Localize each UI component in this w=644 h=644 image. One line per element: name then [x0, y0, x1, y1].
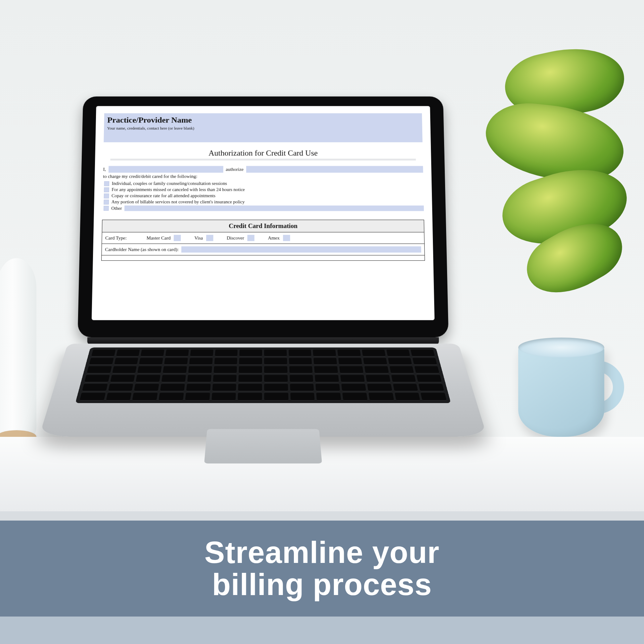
banner-divider-top	[0, 511, 644, 521]
auth-checklist: Individual, couples or family counseling…	[102, 181, 424, 211]
card-option-label: Discover	[227, 235, 244, 241]
plant-prop	[485, 50, 644, 301]
laptop: Practice/Provider Name Your name, creden…	[65, 96, 462, 473]
cardholder-input[interactable]	[181, 246, 421, 253]
auth-check-item: Copay or coinsurance rate for all attend…	[104, 193, 424, 199]
form-title: Authorization for Credit Card Use	[103, 149, 423, 158]
auth-check-item-other: Other	[104, 206, 424, 211]
card-type-row: Card Type: Master Card Visa	[105, 235, 421, 241]
leaf-icon	[482, 99, 628, 186]
authorization-form: Practice/Provider Name Your name, creden…	[92, 106, 435, 320]
checkbox[interactable]	[174, 235, 181, 241]
name-input[interactable]	[109, 166, 223, 173]
checkbox[interactable]	[104, 206, 109, 211]
provider-name-heading: Practice/Provider Name	[107, 116, 419, 125]
bottle-prop	[0, 258, 36, 443]
authorization-line: I, authorize	[103, 166, 423, 173]
banner-divider-bottom	[0, 617, 644, 644]
check-label: Individual, couples or family counseling…	[112, 181, 227, 186]
cardholder-label: Cardholder Name (as shown on card):	[105, 247, 179, 252]
auth-check-item: Individual, couples or family counseling…	[104, 181, 423, 186]
mug-prop	[518, 331, 621, 440]
checkbox[interactable]	[104, 193, 109, 198]
card-option-label: Master Card	[147, 235, 171, 241]
checkbox[interactable]	[104, 181, 109, 186]
card-option-mastercard: Master Card	[147, 235, 181, 241]
cutoff-row	[102, 255, 425, 260]
auth-prefix: I,	[103, 167, 106, 172]
card-option-visa: Visa	[194, 235, 213, 241]
checkbox[interactable]	[283, 235, 290, 241]
other-input[interactable]	[124, 206, 424, 211]
laptop-bezel: Practice/Provider Name Your name, creden…	[77, 96, 448, 337]
check-label: Any portion of billable services not cov…	[112, 199, 245, 205]
card-type-label: Card Type:	[105, 235, 127, 241]
laptop-trackpad	[204, 429, 322, 463]
card-option-amex: Amex	[268, 235, 290, 241]
check-label: For any appointments missed or canceled …	[112, 187, 245, 192]
laptop-keyboard	[75, 347, 451, 403]
promo-banner: Streamline your billing process	[0, 521, 644, 617]
card-option-label: Amex	[268, 235, 280, 241]
checkbox[interactable]	[104, 187, 109, 192]
promo-stage: Practice/Provider Name Your name, creden…	[0, 0, 644, 644]
check-label: Copay or coinsurance rate for all attend…	[112, 193, 215, 199]
auth-check-item: For any appointments missed or canceled …	[104, 187, 424, 192]
cc-table-header: Credit Card Information	[102, 220, 424, 232]
checkbox[interactable]	[104, 200, 109, 205]
provider-input[interactable]	[246, 166, 423, 173]
auth-check-item: Any portion of billable services not cov…	[104, 199, 424, 205]
card-option-discover: Discover	[227, 235, 254, 241]
provider-header-block[interactable]: Practice/Provider Name Your name, creden…	[104, 113, 422, 142]
cardholder-row: Cardholder Name (as shown on card):	[105, 246, 421, 253]
auth-mid: authorize	[226, 167, 244, 172]
checkbox[interactable]	[206, 235, 213, 241]
auth-sentence: to charge my credit/debit cared for the …	[103, 174, 423, 179]
card-option-label: Visa	[194, 235, 203, 241]
other-label: Other	[111, 206, 122, 211]
checkbox[interactable]	[247, 235, 254, 241]
laptop-screen: Practice/Provider Name Your name, creden…	[92, 106, 435, 320]
divider	[110, 159, 416, 161]
promo-banner-text: Streamline your billing process	[205, 536, 439, 600]
provider-subtext: Your name, credentials, contact here (or…	[107, 126, 419, 131]
credit-card-table: Credit Card Information Card Type: Maste…	[101, 220, 425, 261]
